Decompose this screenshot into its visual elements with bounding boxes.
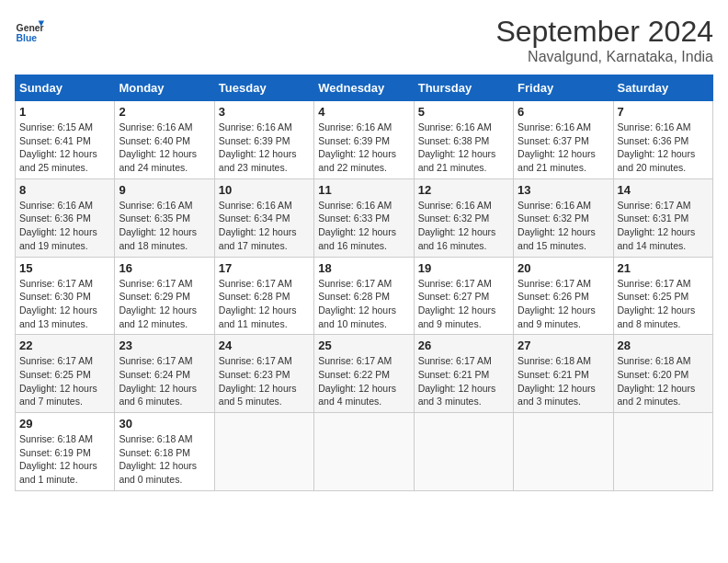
- logo-icon: General Blue: [15, 15, 44, 44]
- day-info: Sunrise: 6:17 AM Sunset: 6:23 PM Dayligh…: [219, 354, 310, 408]
- day-cell: 17Sunrise: 6:17 AM Sunset: 6:28 PM Dayli…: [214, 257, 313, 335]
- svg-text:Blue: Blue: [17, 33, 38, 43]
- day-cell: 19Sunrise: 6:17 AM Sunset: 6:27 PM Dayli…: [414, 257, 513, 335]
- day-cell: 10Sunrise: 6:16 AM Sunset: 6:34 PM Dayli…: [214, 178, 313, 257]
- day-info: Sunrise: 6:17 AM Sunset: 6:29 PM Dayligh…: [119, 277, 210, 331]
- day-number: 17: [219, 261, 310, 275]
- day-info: Sunrise: 6:17 AM Sunset: 6:24 PM Dayligh…: [119, 354, 210, 408]
- day-number: 16: [119, 261, 210, 275]
- weekday-sunday: Sunday: [16, 75, 115, 101]
- weekday-wednesday: Wednesday: [314, 75, 414, 101]
- day-number: 19: [418, 261, 509, 275]
- day-info: Sunrise: 6:17 AM Sunset: 6:28 PM Dayligh…: [318, 277, 409, 331]
- day-cell: 29Sunrise: 6:18 AM Sunset: 6:19 PM Dayli…: [16, 413, 115, 491]
- day-cell: 26Sunrise: 6:17 AM Sunset: 6:21 PM Dayli…: [414, 335, 513, 413]
- day-info: Sunrise: 6:16 AM Sunset: 6:32 PM Dayligh…: [418, 199, 509, 253]
- day-info: Sunrise: 6:16 AM Sunset: 6:39 PM Dayligh…: [318, 121, 409, 175]
- day-number: 13: [518, 183, 609, 197]
- day-info: Sunrise: 6:16 AM Sunset: 6:37 PM Dayligh…: [518, 121, 609, 175]
- day-number: 30: [119, 417, 210, 431]
- day-info: Sunrise: 6:16 AM Sunset: 6:40 PM Dayligh…: [119, 121, 210, 175]
- day-cell: [314, 413, 414, 491]
- location-title: Navalgund, Karnataka, India: [495, 49, 713, 65]
- day-info: Sunrise: 6:17 AM Sunset: 6:28 PM Dayligh…: [219, 277, 310, 331]
- day-cell: 18Sunrise: 6:17 AM Sunset: 6:28 PM Dayli…: [314, 257, 414, 335]
- weekday-friday: Friday: [514, 75, 613, 101]
- day-number: 12: [418, 183, 509, 197]
- day-number: 27: [518, 339, 609, 352]
- weekday-saturday: Saturday: [613, 75, 712, 101]
- day-cell: 25Sunrise: 6:17 AM Sunset: 6:22 PM Dayli…: [314, 335, 414, 413]
- day-info: Sunrise: 6:16 AM Sunset: 6:32 PM Dayligh…: [518, 199, 609, 253]
- day-number: 22: [19, 339, 110, 352]
- day-number: 3: [219, 105, 310, 119]
- day-info: Sunrise: 6:16 AM Sunset: 6:35 PM Dayligh…: [119, 199, 210, 253]
- day-cell: 24Sunrise: 6:17 AM Sunset: 6:23 PM Dayli…: [214, 335, 313, 413]
- day-info: Sunrise: 6:15 AM Sunset: 6:41 PM Dayligh…: [19, 121, 110, 175]
- calendar-table: SundayMondayTuesdayWednesdayThursdayFrid…: [15, 75, 713, 491]
- svg-text:General: General: [17, 23, 44, 33]
- day-cell: 7Sunrise: 6:16 AM Sunset: 6:36 PM Daylig…: [613, 101, 712, 179]
- day-cell: 12Sunrise: 6:16 AM Sunset: 6:32 PM Dayli…: [414, 178, 513, 257]
- day-cell: 22Sunrise: 6:17 AM Sunset: 6:25 PM Dayli…: [16, 335, 115, 413]
- day-cell: 1Sunrise: 6:15 AM Sunset: 6:41 PM Daylig…: [16, 101, 115, 179]
- day-info: Sunrise: 6:16 AM Sunset: 6:36 PM Dayligh…: [618, 121, 709, 175]
- week-row-4: 29Sunrise: 6:18 AM Sunset: 6:19 PM Dayli…: [16, 413, 713, 491]
- day-number: 15: [19, 261, 110, 275]
- day-cell: [414, 413, 513, 491]
- day-cell: [613, 413, 712, 491]
- logo: General Blue: [15, 15, 44, 44]
- page-header: General Blue September 2024 Navalgund, K…: [15, 15, 713, 65]
- day-number: 1: [19, 105, 110, 119]
- weekday-header-row: SundayMondayTuesdayWednesdayThursdayFrid…: [16, 75, 713, 101]
- day-info: Sunrise: 6:16 AM Sunset: 6:38 PM Dayligh…: [418, 121, 509, 175]
- month-title: September 2024: [495, 15, 713, 49]
- day-number: 9: [119, 183, 210, 197]
- day-cell: 13Sunrise: 6:16 AM Sunset: 6:32 PM Dayli…: [514, 178, 613, 257]
- day-cell: 6Sunrise: 6:16 AM Sunset: 6:37 PM Daylig…: [514, 101, 613, 179]
- calendar-body: 1Sunrise: 6:15 AM Sunset: 6:41 PM Daylig…: [16, 101, 713, 491]
- day-info: Sunrise: 6:17 AM Sunset: 6:22 PM Dayligh…: [318, 354, 409, 408]
- day-info: Sunrise: 6:18 AM Sunset: 6:20 PM Dayligh…: [618, 354, 709, 408]
- day-info: Sunrise: 6:17 AM Sunset: 6:30 PM Dayligh…: [19, 277, 110, 331]
- day-info: Sunrise: 6:18 AM Sunset: 6:21 PM Dayligh…: [518, 354, 609, 408]
- day-number: 10: [219, 183, 310, 197]
- day-cell: 16Sunrise: 6:17 AM Sunset: 6:29 PM Dayli…: [115, 257, 214, 335]
- day-cell: 27Sunrise: 6:18 AM Sunset: 6:21 PM Dayli…: [514, 335, 613, 413]
- day-number: 18: [318, 261, 409, 275]
- weekday-tuesday: Tuesday: [214, 75, 313, 101]
- day-cell: 2Sunrise: 6:16 AM Sunset: 6:40 PM Daylig…: [115, 101, 214, 179]
- title-block: September 2024 Navalgund, Karnataka, Ind…: [495, 15, 713, 65]
- day-number: 21: [618, 261, 709, 275]
- day-number: 26: [418, 339, 509, 352]
- day-number: 8: [19, 183, 110, 197]
- day-number: 29: [19, 417, 110, 431]
- day-info: Sunrise: 6:17 AM Sunset: 6:25 PM Dayligh…: [19, 354, 110, 408]
- day-cell: 8Sunrise: 6:16 AM Sunset: 6:36 PM Daylig…: [16, 178, 115, 257]
- day-info: Sunrise: 6:17 AM Sunset: 6:21 PM Dayligh…: [418, 354, 509, 408]
- day-cell: 23Sunrise: 6:17 AM Sunset: 6:24 PM Dayli…: [115, 335, 214, 413]
- day-number: 20: [518, 261, 609, 275]
- weekday-monday: Monday: [115, 75, 214, 101]
- day-info: Sunrise: 6:17 AM Sunset: 6:26 PM Dayligh…: [518, 277, 609, 331]
- day-cell: 30Sunrise: 6:18 AM Sunset: 6:18 PM Dayli…: [115, 413, 214, 491]
- weekday-thursday: Thursday: [414, 75, 513, 101]
- day-cell: 20Sunrise: 6:17 AM Sunset: 6:26 PM Dayli…: [514, 257, 613, 335]
- day-cell: 28Sunrise: 6:18 AM Sunset: 6:20 PM Dayli…: [613, 335, 712, 413]
- day-cell: 15Sunrise: 6:17 AM Sunset: 6:30 PM Dayli…: [16, 257, 115, 335]
- day-cell: 3Sunrise: 6:16 AM Sunset: 6:39 PM Daylig…: [214, 101, 313, 179]
- day-info: Sunrise: 6:16 AM Sunset: 6:39 PM Dayligh…: [219, 121, 310, 175]
- day-info: Sunrise: 6:17 AM Sunset: 6:31 PM Dayligh…: [618, 199, 709, 253]
- week-row-1: 8Sunrise: 6:16 AM Sunset: 6:36 PM Daylig…: [16, 178, 713, 257]
- day-info: Sunrise: 6:17 AM Sunset: 6:27 PM Dayligh…: [418, 277, 509, 331]
- day-number: 14: [618, 183, 709, 197]
- day-cell: 5Sunrise: 6:16 AM Sunset: 6:38 PM Daylig…: [414, 101, 513, 179]
- day-info: Sunrise: 6:16 AM Sunset: 6:36 PM Dayligh…: [19, 199, 110, 253]
- week-row-2: 15Sunrise: 6:17 AM Sunset: 6:30 PM Dayli…: [16, 257, 713, 335]
- week-row-3: 22Sunrise: 6:17 AM Sunset: 6:25 PM Dayli…: [16, 335, 713, 413]
- day-number: 4: [318, 105, 409, 119]
- day-info: Sunrise: 6:18 AM Sunset: 6:18 PM Dayligh…: [119, 432, 210, 487]
- day-number: 7: [618, 105, 709, 119]
- day-number: 28: [618, 339, 709, 352]
- week-row-0: 1Sunrise: 6:15 AM Sunset: 6:41 PM Daylig…: [16, 101, 713, 179]
